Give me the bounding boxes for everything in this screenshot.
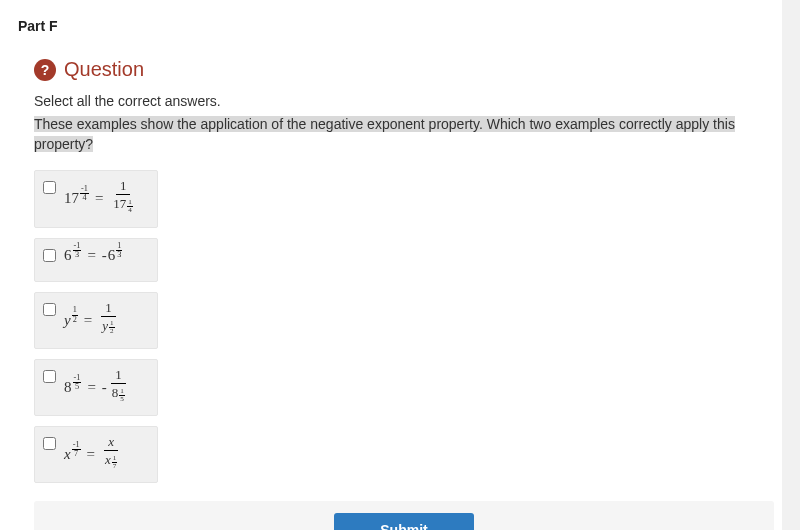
question-block: ? Question Select all the correct answer… xyxy=(18,58,764,530)
highlighted-prompt: These examples show the application of t… xyxy=(34,116,735,152)
question-mark-icon: ? xyxy=(34,59,56,81)
answer-checkbox[interactable] xyxy=(43,370,56,383)
answer-checkbox[interactable] xyxy=(43,181,56,194)
answer-expression: 8-15=-1815 xyxy=(64,368,129,407)
scrollbar-track[interactable] xyxy=(782,0,800,530)
submit-row: Submit xyxy=(34,501,774,530)
question-prompt: These examples show the application of t… xyxy=(34,115,764,154)
answer-checkbox[interactable] xyxy=(43,249,56,262)
options-list: 17-14=117146-13=-613y12=1y128-15=-1815x-… xyxy=(34,170,764,483)
answer-option[interactable]: x-17=xx17 xyxy=(34,426,158,483)
answer-option[interactable]: 17-14=11714 xyxy=(34,170,158,227)
submit-button[interactable]: Submit xyxy=(334,513,473,530)
answer-expression: 6-13=-613 xyxy=(64,247,122,265)
answer-option[interactable]: y12=1y12 xyxy=(34,292,158,349)
page: Part F ? Question Select all the correct… xyxy=(0,0,800,530)
answer-option[interactable]: 8-15=-1815 xyxy=(34,359,158,416)
instruction-text: Select all the correct answers. xyxy=(34,93,764,109)
question-header: ? Question xyxy=(34,58,764,81)
answer-checkbox[interactable] xyxy=(43,303,56,316)
answer-option[interactable]: 6-13=-613 xyxy=(34,238,158,282)
answer-expression: x-17=xx17 xyxy=(64,435,121,474)
question-heading: Question xyxy=(64,58,144,81)
answer-checkbox[interactable] xyxy=(43,437,56,450)
answer-expression: y12=1y12 xyxy=(64,301,119,340)
part-label: Part F xyxy=(18,18,764,34)
answer-expression: 17-14=11714 xyxy=(64,179,137,218)
